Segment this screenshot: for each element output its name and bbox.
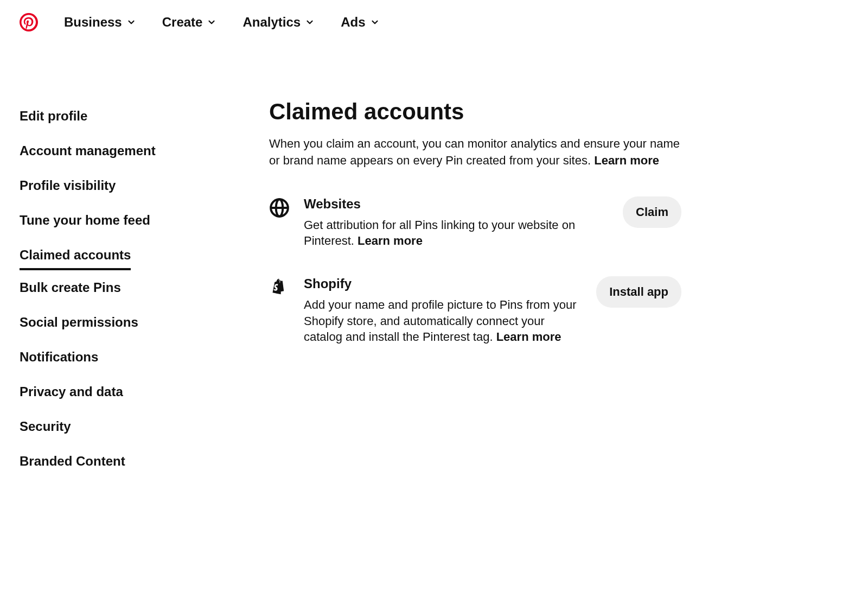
install-app-button[interactable]: Install app — [596, 276, 681, 308]
account-title: Shopify — [304, 276, 583, 291]
learn-more-link[interactable]: Learn more — [594, 154, 659, 167]
top-nav: Business Create Analytics Ads — [0, 0, 868, 44]
nav-label: Analytics — [242, 15, 301, 30]
nav-ads[interactable]: Ads — [341, 15, 379, 30]
nav-analytics[interactable]: Analytics — [242, 15, 315, 30]
learn-more-link[interactable]: Learn more — [496, 330, 561, 344]
sidebar-item-privacy-and-data[interactable]: Privacy and data — [20, 374, 123, 409]
sidebar-item-profile-visibility[interactable]: Profile visibility — [20, 168, 116, 203]
chevron-down-icon — [370, 17, 380, 27]
nav-label: Create — [162, 15, 203, 30]
globe-icon — [269, 198, 291, 219]
sidebar-item-tune-your-home-feed[interactable]: Tune your home feed — [20, 203, 150, 238]
sidebar-item-account-management[interactable]: Account management — [20, 133, 156, 168]
chevron-down-icon — [207, 17, 216, 27]
sidebar-item-edit-profile[interactable]: Edit profile — [20, 99, 87, 133]
account-description: Get attribution for all Pins linking to … — [304, 217, 610, 249]
sidebar-item-social-permissions[interactable]: Social permissions — [20, 305, 138, 340]
account-row-websites: Websites Get attribution for all Pins li… — [269, 196, 681, 249]
nav-label: Ads — [341, 15, 365, 30]
account-content: Shopify Add your name and profile pictur… — [304, 276, 583, 345]
main-content: Claimed accounts When you claim an accou… — [269, 99, 681, 479]
nav-business[interactable]: Business — [64, 15, 136, 30]
pinterest-logo[interactable] — [20, 13, 38, 31]
sidebar-item-claimed-accounts[interactable]: Claimed accounts — [20, 238, 131, 270]
sidebar-item-branded-content[interactable]: Branded Content — [20, 444, 125, 479]
nav-label: Business — [64, 15, 122, 30]
account-title: Websites — [304, 196, 610, 212]
chevron-down-icon — [126, 17, 136, 27]
chevron-down-icon — [305, 17, 315, 27]
page-description: When you claim an account, you can monit… — [269, 136, 681, 169]
sidebar-item-bulk-create-pins[interactable]: Bulk create Pins — [20, 270, 121, 305]
sidebar: Edit profileAccount managementProfile vi… — [20, 99, 269, 479]
page-title: Claimed accounts — [269, 99, 681, 125]
sidebar-item-notifications[interactable]: Notifications — [20, 340, 98, 374]
account-description: Add your name and profile picture to Pin… — [304, 297, 583, 345]
sidebar-item-security[interactable]: Security — [20, 409, 71, 444]
nav-create[interactable]: Create — [162, 15, 217, 30]
shopify-icon — [269, 277, 291, 299]
content-container: Edit profileAccount managementProfile vi… — [0, 99, 868, 479]
description-text: Get attribution for all Pins linking to … — [304, 218, 575, 248]
learn-more-link[interactable]: Learn more — [358, 234, 423, 247]
account-row-shopify: Shopify Add your name and profile pictur… — [269, 276, 681, 345]
account-content: Websites Get attribution for all Pins li… — [304, 196, 610, 249]
claim-button[interactable]: Claim — [623, 196, 681, 228]
